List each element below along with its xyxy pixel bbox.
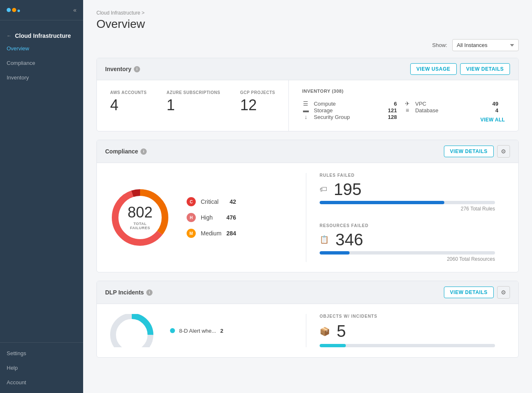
sidebar-item-help[interactable]: Help (0, 361, 83, 375)
view-details-button[interactable]: VIEW DETAILS (460, 63, 510, 75)
compliance-view-details-button[interactable]: VIEW DETAILS (444, 146, 494, 157)
dlp-gear-button[interactable]: ⚙ (497, 286, 510, 299)
compliance-legend: C Critical 42 H High 476 M Medium 284 (187, 197, 236, 238)
inventory-resources: INVENTORY (308) ☰ Compute 6 ▬ Storage 12… (288, 80, 518, 131)
critical-count: 42 (230, 198, 236, 205)
sidebar-nav-title: Cloud Infrastructure (15, 32, 71, 40)
dlp-alert-label: 8-D Alert whe... (179, 328, 216, 334)
dlp-actions: VIEW DETAILS ⚙ (444, 286, 510, 299)
view-all-row: VIEW ALL (404, 117, 505, 123)
high-count: 476 (227, 214, 236, 221)
security-group-row: ↓ Security Group 128 (302, 114, 404, 120)
inventory-left-col: ☰ Compute 6 ▬ Storage 121 ↓ Security Gro… (302, 100, 404, 123)
resources-failed-block: RESOURCES FAILED 📋 346 2060 Total Resour… (320, 223, 495, 262)
dlp-view-details-button[interactable]: VIEW DETAILS (444, 287, 494, 298)
dlp-info-icon[interactable]: i (146, 289, 153, 296)
donut-total: 802 (123, 205, 157, 220)
rules-progress-fill (320, 201, 444, 204)
breadcrumb: Cloud Infrastructure > (96, 10, 519, 16)
back-arrow-icon: ← (7, 33, 12, 39)
sidebar-nav: ← Cloud Infrastructure Overview Complian… (0, 20, 83, 342)
sidebar-item-inventory[interactable]: Inventory (0, 70, 83, 85)
inventory-title-text: Inventory (105, 66, 131, 72)
compute-icon: ☰ (302, 100, 310, 107)
resources-progress-bar (320, 251, 495, 255)
view-all-link[interactable]: VIEW ALL (480, 117, 505, 123)
sidebar-bottom: Settings Help Account (0, 342, 83, 393)
gcp-label: GCP PROJECTS (240, 90, 275, 95)
storage-label: Storage (314, 107, 384, 114)
security-group-count: 128 (388, 114, 397, 120)
vpc-count: 49 (493, 101, 498, 107)
dlp-card-header: DLP Incidents i VIEW DETAILS ⚙ (97, 281, 518, 304)
critical-label: Critical (201, 198, 225, 205)
inventory-grid: ☰ Compute 6 ▬ Storage 121 ↓ Security Gro… (302, 100, 505, 123)
azure-label: AZURE SUBSCRIPTIONS (167, 90, 220, 95)
rules-failed-value: 195 (334, 181, 362, 198)
inventory-resources-title: INVENTORY (308) (302, 89, 505, 94)
compliance-card-header: Compliance i VIEW DETAILS ⚙ (97, 140, 518, 163)
collapse-button[interactable]: « (73, 7, 76, 13)
compliance-card: Compliance i VIEW DETAILS ⚙ (96, 140, 519, 272)
high-badge: H (187, 213, 196, 222)
aws-accounts-stat: AWS ACCOUNTS 4 (110, 90, 147, 121)
sidebar-item-settings[interactable]: Settings (0, 346, 83, 361)
compliance-donut-chart: 802 TOTAL FAILURES (107, 184, 173, 251)
azure-subscriptions-stat: AZURE SUBSCRIPTIONS 1 (167, 90, 220, 121)
compliance-info-icon[interactable]: i (140, 148, 147, 155)
rules-failed-value-row: 🏷 195 (320, 181, 495, 198)
storage-icon: ▬ (302, 107, 310, 114)
medium-badge: M (187, 229, 196, 238)
aws-accounts-label: AWS ACCOUNTS (110, 90, 147, 95)
inventory-info-icon[interactable]: i (134, 66, 140, 72)
compliance-title-text: Compliance (105, 148, 138, 155)
database-label: Database (415, 107, 491, 114)
sidebar-item-account[interactable]: Account (0, 375, 83, 390)
compliance-gear-button[interactable]: ⚙ (497, 145, 510, 158)
resources-progress-fill (320, 251, 350, 255)
compute-row: ☰ Compute 6 (302, 100, 404, 107)
inventory-accounts: AWS ACCOUNTS 4 AZURE SUBSCRIPTIONS 1 GCP… (97, 80, 288, 131)
gcp-projects-stat: GCP PROJECTS 12 (240, 90, 275, 121)
sidebar-item-overview[interactable]: Overview (0, 41, 83, 56)
compliance-stats: RULES FAILED 🏷 195 276 Total Rules RESOU… (306, 173, 508, 262)
legend-item-high: H High 476 (187, 213, 236, 222)
logo-dot-2 (12, 8, 16, 12)
dlp-objects-label: OBJECTS W/ INCIDENTS (320, 314, 495, 319)
database-row: ≡ Database 4 (404, 107, 505, 114)
dlp-title-text: DLP Incidents (105, 289, 144, 296)
high-label: High (201, 214, 222, 221)
sidebar-back-nav[interactable]: ← Cloud Infrastructure (0, 25, 83, 41)
rules-failed-label: RULES FAILED (320, 173, 495, 178)
rules-failed-icon: 🏷 (320, 185, 327, 194)
dlp-card: DLP Incidents i VIEW DETAILS ⚙ (96, 281, 519, 358)
compliance-donut-section: 802 TOTAL FAILURES C Critical 42 H High … (107, 173, 306, 262)
inventory-body: AWS ACCOUNTS 4 AZURE SUBSCRIPTIONS 1 GCP… (97, 80, 518, 131)
rules-progress-bar (320, 201, 495, 204)
logo-dot-1 (7, 8, 11, 12)
aws-accounts-value: 4 (110, 96, 147, 114)
inventory-card: Inventory i VIEW USAGE VIEW DETAILS AWS … (96, 58, 519, 131)
show-select[interactable]: All Instances (452, 39, 519, 51)
storage-count: 121 (388, 107, 397, 114)
compute-count: 6 (394, 101, 397, 107)
medium-label: Medium (201, 230, 222, 237)
logo (7, 8, 20, 12)
compute-label: Compute (314, 101, 390, 107)
resources-failed-value: 346 (335, 231, 363, 248)
compliance-title: Compliance i (105, 148, 147, 155)
sidebar-item-compliance[interactable]: Compliance (0, 56, 83, 70)
sidebar-header: « (0, 0, 83, 20)
view-usage-button[interactable]: VIEW USAGE (410, 63, 457, 75)
legend-item-critical: C Critical 42 (187, 197, 236, 206)
dlp-title: DLP Incidents i (105, 289, 153, 296)
show-bar: Show: All Instances (96, 39, 519, 51)
main-content: Cloud Infrastructure > Overview Show: Al… (83, 0, 532, 393)
compliance-body: 802 TOTAL FAILURES C Critical 42 H High … (97, 163, 518, 272)
inventory-title: Inventory i (105, 66, 140, 72)
sidebar: « ← Cloud Infrastructure Overview Compli… (0, 0, 83, 393)
dlp-objects-value: 5 (337, 322, 346, 341)
dlp-body: 8-D Alert whe... 2 OBJECTS W/ INCIDENTS … (97, 304, 518, 357)
vpc-icon: ✈ (404, 100, 411, 107)
storage-row: ▬ Storage 121 (302, 107, 404, 114)
